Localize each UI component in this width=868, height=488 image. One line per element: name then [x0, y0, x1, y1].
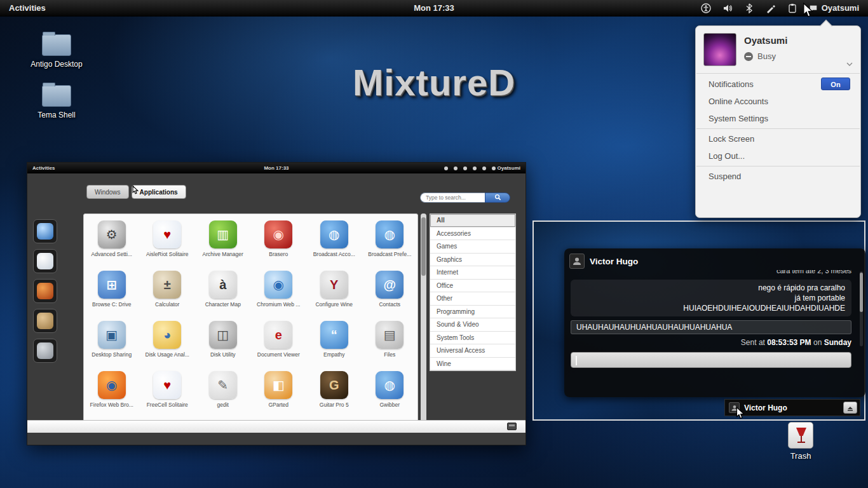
chat-message-line: HUIAOEHDUIHEAIOUDHEAIUHDAHDIUAHDE [577, 303, 845, 313]
app-launcher[interactable]: “ Empathy [306, 318, 362, 369]
activities-button[interactable]: Activities [0, 0, 55, 17]
app-label: Document Viewer [251, 351, 307, 358]
overview-body: Windows Applications [27, 173, 526, 433]
chat-scrollbar-thumb[interactable] [860, 273, 863, 312]
overview-tab[interactable]: Windows [86, 185, 129, 199]
category-item[interactable]: Universal Access [430, 344, 515, 358]
category-item[interactable]: System Tools [430, 332, 515, 345]
app-label: AisleRiot Solitaire [140, 251, 196, 257]
app-launcher[interactable]: ◫ Disk Utility [195, 318, 251, 369]
app-launcher[interactable]: ◍ Broadcast Prefe... [362, 218, 418, 268]
category-item[interactable]: Office [430, 280, 515, 293]
app-launcher[interactable]: ± Calculator [140, 268, 196, 318]
app-scrollbar-thumb[interactable] [421, 217, 426, 276]
app-launcher[interactable]: ◧ GParted [251, 369, 307, 419]
app-launcher[interactable]: e Document Viewer [251, 318, 307, 369]
search-button[interactable] [485, 193, 510, 203]
dash-item[interactable] [33, 309, 57, 333]
dash-app-icon [37, 283, 53, 299]
app-launcher[interactable]: ▤ Files [362, 318, 418, 369]
app-launcher[interactable]: ⊞ Browse C: Drive [84, 268, 140, 318]
menu-item-notifications[interactable]: Notifications On [696, 75, 860, 93]
app-label: gedit [195, 402, 251, 408]
category-item[interactable]: Internet [430, 266, 515, 280]
app-launcher[interactable]: ◉ Brasero [251, 218, 307, 268]
app-icon: ✎ [209, 371, 237, 399]
app-launcher[interactable]: ⚙ Advanced Setti... [84, 218, 140, 268]
search-input[interactable] [420, 193, 485, 203]
dash-app-icon [37, 313, 53, 329]
app-launcher[interactable]: ♥ AisleRiot Solitaire [140, 218, 196, 268]
app-launcher[interactable]: ◉ Firefox Web Bro... [84, 369, 140, 419]
menu-item-system-settings[interactable]: System Settings [696, 110, 860, 127]
dash-item[interactable] [33, 339, 57, 363]
status-selector[interactable]: Busy [744, 51, 787, 61]
app-launcher[interactable]: ✎ gedit [195, 369, 251, 419]
mini-clipboard-icon[interactable] [482, 166, 486, 170]
app-icon: ◍ [376, 371, 403, 399]
menu-item-lock-screen[interactable]: Lock Screen [696, 130, 860, 147]
category-item[interactable]: Wine [430, 358, 515, 371]
category-item[interactable]: Other [430, 292, 515, 306]
input-pen-icon[interactable] [766, 3, 776, 13]
chat-input[interactable] [571, 352, 851, 368]
nested-user-menu-button[interactable]: Oyatsumi [492, 165, 520, 171]
chevron-down-icon[interactable] [846, 62, 853, 66]
menu-item-suspend[interactable]: Suspend [696, 168, 860, 185]
app-launcher[interactable]: ◉ Chromium Web ... [251, 268, 307, 318]
clipboard-icon[interactable] [787, 3, 797, 13]
mini-accessibility-icon[interactable] [444, 166, 448, 170]
user-avatar[interactable] [703, 33, 736, 66]
notifications-label: Notifications [709, 79, 754, 89]
category-item[interactable]: Sound & Video [430, 318, 515, 332]
mini-bluetooth-icon[interactable] [463, 166, 467, 170]
nested-activities-button[interactable]: Activities [27, 165, 60, 171]
menu-item-log-out[interactable]: Log Out... [696, 147, 860, 165]
desktop-root: { "colors": { "toggle_on": "#3a6bd6", "s… [0, 0, 868, 488]
app-launcher[interactable]: ▥ Archive Manager [195, 218, 251, 268]
accessibility-icon[interactable] [701, 3, 711, 13]
category-item[interactable]: Games [430, 240, 515, 254]
chat-panel: Victor Hugo cara tem até 2, 3 meses nego… [564, 248, 865, 397]
app-launcher[interactable]: ▣ Desktop Sharing [84, 318, 140, 369]
app-label: FreeCell Solitaire [140, 402, 196, 408]
app-scrollbar[interactable] [421, 214, 426, 431]
app-launcher[interactable]: Y Configure Wine [306, 268, 362, 318]
user-menu-button[interactable]: Oyatsumi [809, 3, 859, 13]
bluetooth-icon[interactable] [744, 3, 754, 13]
dash-item[interactable] [33, 249, 57, 273]
app-launcher[interactable]: G Guitar Pro 5 [306, 369, 362, 419]
category-item[interactable]: All [430, 214, 515, 227]
category-item[interactable]: Accessories [430, 227, 515, 241]
volume-icon[interactable] [722, 3, 733, 13]
dash-item[interactable] [33, 279, 57, 303]
chat-scrollbar[interactable] [860, 271, 863, 346]
mini-volume-icon[interactable] [454, 166, 458, 170]
overview-tab[interactable]: Applications [132, 185, 186, 199]
message-tray-icon[interactable] [507, 423, 517, 430]
desktop-icon-antigo[interactable]: Antigo Desktop [22, 34, 92, 69]
app-launcher[interactable]: à Character Map [195, 268, 251, 318]
mini-pen-icon[interactable] [473, 166, 477, 170]
app-icon: ◧ [264, 371, 292, 399]
menu-item-online-accounts[interactable]: Online Accounts [696, 93, 860, 110]
app-launcher[interactable]: ◍ Broadcast Acco... [306, 218, 362, 268]
app-icon: ◕ [153, 321, 181, 349]
desktop-icon-tema[interactable]: Tema Shell [22, 85, 92, 119]
chat-title-bar[interactable]: Victor Hugo [724, 399, 860, 416]
category-item[interactable]: Programming [430, 306, 515, 319]
detach-button[interactable] [843, 402, 857, 414]
category-item[interactable]: Graphics [430, 254, 515, 267]
app-launcher[interactable]: @ Contacts [362, 268, 418, 318]
app-label: Advanced Setti... [84, 251, 140, 257]
notifications-toggle[interactable]: On [821, 78, 850, 90]
app-launcher[interactable]: ◍ Gwibber [362, 369, 418, 419]
app-icon: ± [153, 271, 181, 299]
chat-window[interactable]: Victor Hugo cara tem até 2, 3 meses nego… [532, 220, 865, 421]
trash-launcher[interactable]: Trash [780, 422, 821, 461]
shell-overview-window[interactable]: Activities Mon 17:33 Oyatsumi Windows Ap… [27, 162, 526, 445]
nested-username: Oyatsumi [498, 165, 520, 171]
app-launcher[interactable]: ◕ Disk Usage Anal... [140, 318, 196, 369]
dash-item[interactable] [33, 219, 57, 243]
app-launcher[interactable]: ♥ FreeCell Solitaire [140, 369, 196, 419]
